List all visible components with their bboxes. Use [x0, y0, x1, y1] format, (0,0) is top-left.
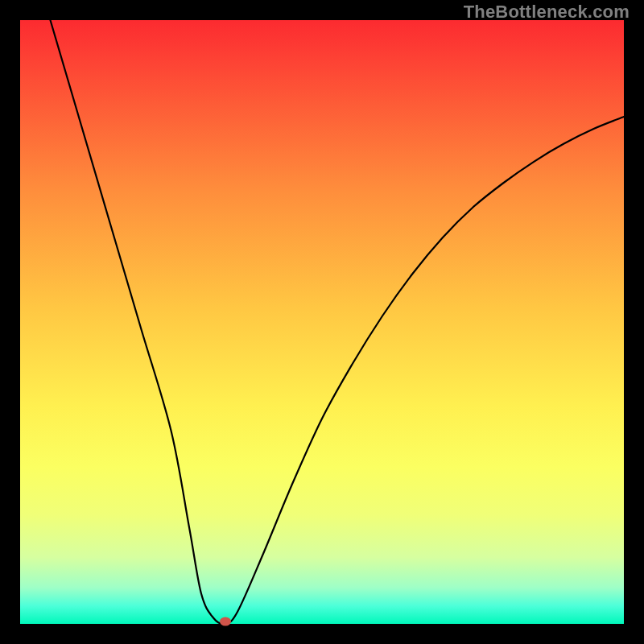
chart-svg	[20, 20, 624, 624]
plot-area	[20, 20, 624, 624]
minimum-marker	[220, 617, 231, 626]
bottleneck-curve-line	[51, 20, 625, 624]
chart-frame: TheBottleneck.com	[0, 0, 644, 644]
